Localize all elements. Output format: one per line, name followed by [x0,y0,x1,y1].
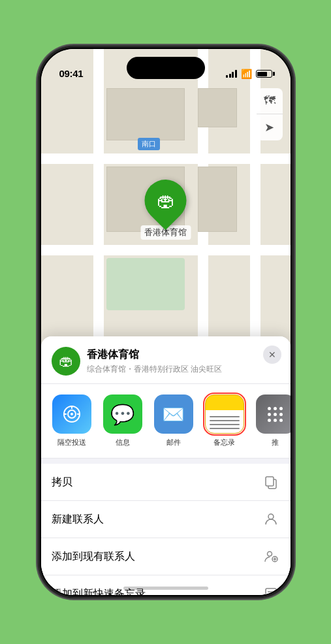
map-type-button[interactable]: 🗺 [257,88,283,114]
person-icon [262,510,280,528]
svg-point-9 [267,552,272,556]
signal-icon [226,70,237,78]
map-label: 南口 [138,138,160,150]
action-list: 拷贝 新建联系人 [41,464,291,595]
home-indicator [123,587,208,590]
svg-point-8 [268,514,274,519]
action-new-contact[interactable]: 新建联系人 [41,501,291,538]
share-notes[interactable]: 备忘录 [202,394,247,447]
copy-icon [262,473,280,491]
venue-header: 🏟 香港体育馆 综合体育馆・香港特别行政区 油尖旺区 ✕ [41,336,291,384]
location-button[interactable]: ➤ [257,114,283,140]
share-more[interactable]: 推 [253,394,291,447]
map-controls: 🗺 ➤ [257,88,283,140]
airdrop-label: 隔空投送 [57,438,86,447]
share-message[interactable]: 💬 信息 [100,394,146,447]
map-view[interactable]: 南口 🏟 香港体育馆 🗺 ➤ [41,49,291,362]
notes-icon [205,394,244,434]
more-icon [256,394,291,434]
status-icons: 📶 [226,69,272,79]
svg-rect-7 [266,477,274,486]
action-quick-note[interactable]: 添加到新快速备忘录 [41,575,291,595]
status-time: 09:41 [59,68,84,79]
share-row: 隔空投送 💬 信息 ✉️ 邮件 [41,384,291,459]
map-pin-icon: 🏟 [157,190,175,212]
dynamic-island [127,57,205,79]
share-mail[interactable]: ✉️ 邮件 [151,394,197,447]
action-copy[interactable]: 拷贝 [41,464,291,501]
bottom-sheet: 🏟 香港体育馆 综合体育馆・香港特别行政区 油尖旺区 ✕ [41,336,291,595]
svg-point-2 [71,413,73,415]
note-icon [262,585,280,595]
venue-name: 香港体育馆 [87,348,280,362]
close-button[interactable]: ✕ [263,346,281,364]
venue-info: 香港体育馆 综合体育馆・香港特别行政区 油尖旺区 [87,348,280,375]
battery-icon [256,70,272,78]
venue-icon: 🏟 [52,347,80,376]
share-airdrop[interactable]: 隔空投送 [49,394,95,447]
person-add-icon [262,547,280,566]
action-add-contact-label: 添加到现有联系人 [52,550,135,564]
mail-label: 邮件 [166,438,181,447]
wifi-icon: 📶 [241,69,252,79]
action-add-contact[interactable]: 添加到现有联系人 [41,538,291,575]
venue-subtitle: 综合体育馆・香港特别行政区 油尖旺区 [87,364,280,375]
mail-icon: ✉️ [154,394,193,434]
more-label: 推 [272,438,279,447]
airdrop-icon [52,394,91,434]
action-new-contact-label: 新建联系人 [52,513,104,526]
message-icon: 💬 [103,394,142,434]
message-label: 信息 [116,438,130,447]
map-pin[interactable]: 🏟 香港体育馆 [140,180,191,240]
action-copy-label: 拷贝 [52,475,72,489]
notes-label: 备忘录 [213,438,235,447]
